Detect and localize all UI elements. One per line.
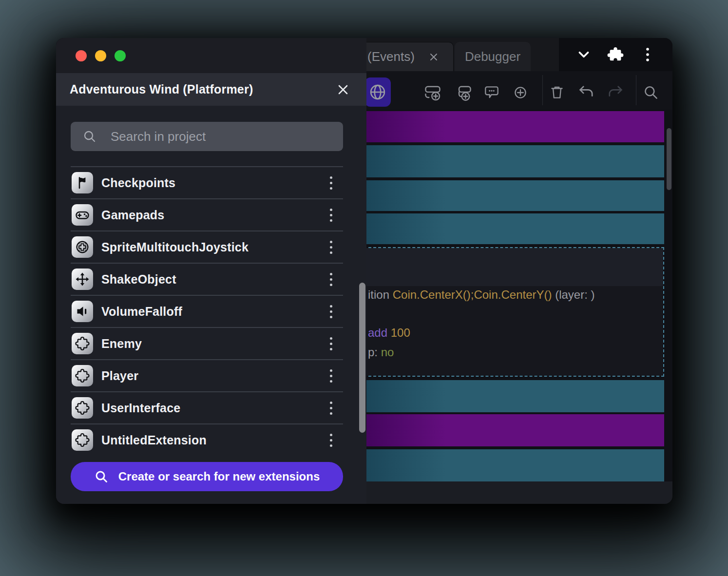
flag-icon xyxy=(72,172,93,193)
redo-button[interactable] xyxy=(604,82,626,103)
tab-debugger-label: Debugger xyxy=(465,49,520,64)
add-comment-button[interactable] xyxy=(481,82,502,103)
panel-scrollbar[interactable] xyxy=(359,283,365,433)
item-menu-icon[interactable] xyxy=(326,173,336,193)
toolbar-search-button[interactable] xyxy=(640,82,662,103)
search-icon xyxy=(642,84,660,101)
trash-icon xyxy=(548,84,566,101)
close-icon[interactable] xyxy=(333,80,353,99)
app-window: (Events) Debugger xyxy=(56,38,672,504)
project-search xyxy=(71,122,343,151)
speaker-icon xyxy=(72,301,93,322)
search-input[interactable] xyxy=(71,122,343,151)
move-arrows-icon xyxy=(72,269,93,290)
tab-bar-right-actions xyxy=(559,38,672,71)
tab-close-icon[interactable] xyxy=(428,52,439,62)
add-subevent-icon xyxy=(454,83,473,102)
search-icon xyxy=(94,469,109,484)
extensions-panel-header: Adventurous Wind (Platformer) xyxy=(56,73,366,106)
list-item-spritemultitouchjoystick[interactable]: SpriteMultitouchJoystick xyxy=(71,230,343,263)
globe-icon xyxy=(368,83,387,101)
list-item-player[interactable]: Player xyxy=(71,359,343,391)
undo-button[interactable] xyxy=(576,82,597,103)
item-menu-icon[interactable] xyxy=(326,237,336,258)
extensions-panel: Adventurous Wind (Platformer) Checkpoint… xyxy=(56,38,366,504)
event-action-text: add 100 xyxy=(368,326,410,340)
traffic-zoom-button[interactable] xyxy=(115,50,126,61)
list-item-label: Checkpoints xyxy=(101,176,175,190)
add-comment-icon xyxy=(483,84,500,101)
panel-title: Adventurous Wind (Platformer) xyxy=(70,82,253,96)
list-item-label: UserInterface xyxy=(101,401,180,415)
item-menu-icon[interactable] xyxy=(326,365,336,386)
item-menu-icon[interactable] xyxy=(326,269,336,290)
extensions-puzzle-icon[interactable] xyxy=(605,44,626,65)
puzzle-outline-icon xyxy=(72,333,93,354)
list-item-label: SpriteMultitouchJoystick xyxy=(101,240,249,254)
list-item-checkpoints[interactable]: Checkpoints xyxy=(71,166,343,198)
undo-icon xyxy=(577,83,596,102)
list-item-label: Gamepads xyxy=(101,208,164,222)
chevron-down-icon[interactable] xyxy=(573,44,594,65)
add-circle-icon xyxy=(512,84,529,101)
delete-button[interactable] xyxy=(546,82,568,103)
add-circle-button[interactable] xyxy=(510,82,531,103)
globe-button[interactable] xyxy=(364,77,391,107)
list-item-label: Player xyxy=(101,369,138,383)
extensions-list: Checkpoints Gamepads SpriteMultitouchJoy… xyxy=(71,166,343,456)
list-item-shakeobject[interactable]: ShakeObject xyxy=(71,263,343,295)
overflow-menu-icon[interactable] xyxy=(637,44,658,65)
gamepad-icon xyxy=(72,204,93,226)
puzzle-outline-icon xyxy=(72,365,93,386)
event-action-text: ition Coin.CenterX();Coin.CenterY() (lay… xyxy=(368,288,595,302)
add-event-icon xyxy=(423,83,442,102)
list-item-gamepads[interactable]: Gamepads xyxy=(71,198,343,230)
item-menu-icon[interactable] xyxy=(326,430,336,451)
list-item-label: VolumeFalloff xyxy=(101,305,182,319)
item-menu-icon[interactable] xyxy=(326,398,336,419)
list-item-label: UntitledExtension xyxy=(101,433,207,447)
puzzle-outline-icon xyxy=(72,429,93,451)
item-menu-icon[interactable] xyxy=(326,205,336,226)
add-event-button[interactable] xyxy=(422,82,443,103)
create-extension-button[interactable]: Create or search for new extensions xyxy=(71,462,343,491)
list-item-label: Enemy xyxy=(101,337,142,351)
puzzle-outline-icon xyxy=(72,397,93,419)
tab-debugger[interactable]: Debugger xyxy=(455,42,531,71)
window-titlebar xyxy=(56,38,366,73)
event-action-text: p: no xyxy=(368,345,394,360)
add-subevent-button[interactable] xyxy=(453,82,474,103)
list-item-label: ShakeObject xyxy=(101,272,176,287)
item-menu-icon[interactable] xyxy=(326,301,336,322)
list-item-volumefalloff[interactable]: VolumeFalloff xyxy=(71,295,343,327)
toolbar-divider xyxy=(636,75,636,105)
toolbar-divider xyxy=(542,75,543,105)
list-item-enemy[interactable]: Enemy xyxy=(71,327,343,359)
tab-events-label: (Events) xyxy=(367,49,415,64)
create-extension-label: Create or search for new extensions xyxy=(118,470,320,483)
item-menu-icon[interactable] xyxy=(326,333,336,354)
events-scrollbar[interactable] xyxy=(667,128,671,190)
traffic-minimize-button[interactable] xyxy=(95,50,106,61)
dpad-icon xyxy=(72,236,93,258)
list-item-userinterface[interactable]: UserInterface xyxy=(71,391,343,423)
traffic-close-button[interactable] xyxy=(76,50,87,61)
list-item-untitledextension[interactable]: UntitledExtension xyxy=(71,423,343,456)
redo-icon xyxy=(606,83,624,102)
